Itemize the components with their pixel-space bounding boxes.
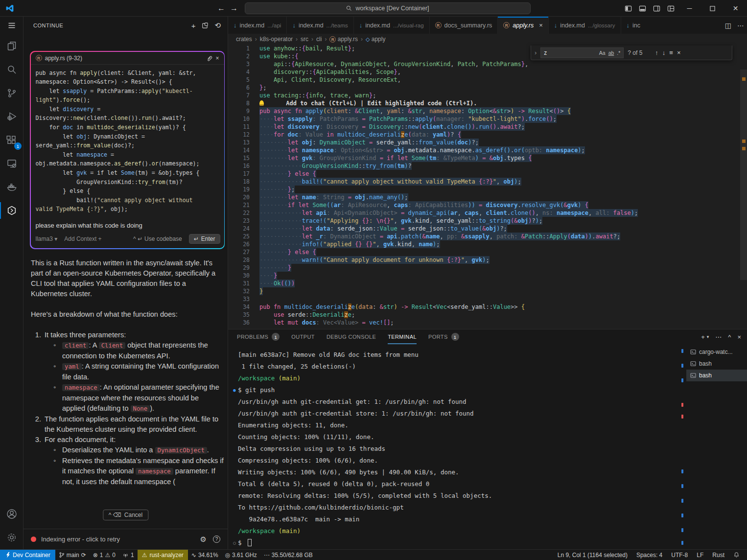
code-line[interactable]: ············GroupVersionKind::try_from(t… [259,162,412,170]
model-selector[interactable]: llama3 ▾ [36,235,58,242]
code-line[interactable]: use anyhow::{bail, Result}; [259,45,355,52]
sidebar-item-continue[interactable] [0,199,23,222]
editor-line[interactable]: 25············let _r: DynamicObject = ap… [228,233,740,240]
problems-status[interactable]: ⊗1 ⚠0 [90,550,119,560]
tab-apply.rs[interactable]: Rapply.rs× [498,17,548,34]
editor-line[interactable]: 28············warn!("Cannot apply docume… [228,256,740,264]
panel-tab-output[interactable]: OUTPUT [291,329,315,344]
panel-tab-terminal[interactable]: TERMINAL [388,329,417,344]
close-find-icon[interactable]: × [677,49,681,56]
prev-match-icon[interactable]: ↑ [655,49,658,56]
code-editor[interactable]: 1use anyhow::{bail, Result};2use kube::{… [228,45,740,329]
enter-button[interactable]: ↵Enter [189,234,220,244]
editor-line[interactable]: 24············let data: serde_json::Valu… [228,225,740,233]
lightbulb-icon[interactable] [259,100,264,106]
editor-line[interactable]: 15········let gvk: GroupVersionKind = if… [228,154,740,162]
code-line[interactable]: ········let gvk: GroupVersionKind = if l… [259,154,532,162]
language-status[interactable]: Rust [709,552,728,559]
editor-line[interactable]: 30····} [228,272,740,280]
sidebar-item-docker[interactable] [0,175,23,199]
editor-line[interactable]: 35 use serde::Deserialize; [228,311,740,319]
editor-line[interactable]: 11····let discovery: Discovery = Discove… [228,123,740,131]
code-line[interactable]: ········let obj: DynamicObject = serde_y… [259,139,479,146]
find-in-selection-icon[interactable]: ≡ [669,49,673,56]
tab-docs_summary.rs[interactable]: Rdocs_summary.rs [430,17,498,34]
editor-line[interactable]: 36 let mut docs: Vec<Value> = vec![]; [228,319,740,327]
code-line[interactable]: ········if let Some((ar: ApiResource, ca… [259,201,588,209]
breadcrumb-item-crates[interactable]: crates [236,36,252,43]
minimize-button[interactable]: ─ [678,0,701,17]
code-line[interactable]: pub async fn apply(client: &Client, yaml… [259,107,571,115]
close-button[interactable]: ✕ [724,0,747,17]
panel-tab-problems[interactable]: PROBLEMS1 [237,329,280,344]
code-line[interactable]: ············let data: serde_json::Value … [259,225,507,233]
code-line[interactable]: } [259,287,263,295]
history-icon[interactable]: ⟲ [214,21,221,30]
code-line[interactable]: use tracing::{info, trace, warn}; [259,92,376,99]
code-line[interactable]: ········} [259,264,291,272]
breadcrumb-item-src[interactable]: src [301,36,308,43]
editor-line[interactable]: 14········let namespace: Option<&str> = … [228,146,740,154]
menu-hamburger-icon[interactable] [0,17,23,34]
find-expand-icon[interactable]: › [535,49,537,56]
tab-index.md[interactable]: ↓index.md.../visual-rag [354,17,430,34]
new-terminal-icon[interactable]: + [701,333,705,341]
terminal-tab-bash[interactable]: bash [686,358,747,370]
editor-line[interactable]: 9pub async fn apply(client: &Client, yam… [228,107,740,115]
code-line[interactable]: ············warn!("Cannot apply document… [259,256,490,264]
regex-icon[interactable]: .* [617,50,620,56]
continue-settings-gear-icon[interactable]: ⚙ [200,535,207,544]
sidebar-item-explorer[interactable] [0,34,23,58]
settings-gear-icon[interactable] [0,526,23,549]
cancel-button[interactable]: ^ ⌫ Cancel [103,510,148,520]
terminal-dropdown-icon[interactable]: ▾ [707,334,709,339]
terminal-output[interactable]: [main e638a7c] Remove old RAG doc items … [231,349,678,546]
indexing-error-message[interactable]: Indexing error - click to retry [41,536,120,543]
sidebar-item-remote-explorer[interactable] [0,152,23,175]
editor-line[interactable]: 26············info!("applied {} {}", gvk… [228,240,740,248]
terminal-tab-cargo-watc-[interactable]: cargo-watc... [686,346,747,358]
panel-tab-ports[interactable]: PORTS1 [428,329,459,344]
code-line[interactable]: ············let _r: DynamicObject = api.… [259,233,620,240]
remote-indicator[interactable]: Dev Container [0,550,55,560]
cursor-position-status[interactable]: Ln 9, Col 1 (1164 selected) [554,552,631,559]
editor-line[interactable]: 29········} [228,264,740,272]
toggle-panel-icon[interactable] [635,0,650,17]
close-panel-icon[interactable]: × [737,333,741,341]
new-session-icon[interactable]: + [191,22,196,30]
editor-line[interactable]: 7use tracing::{info, trace, warn}; [228,92,740,99]
close-snippet-icon[interactable]: × [215,55,219,62]
code-line[interactable]: ········let name: String = obj.name_any(… [259,193,408,201]
breadcrumb-item-apply[interactable]: ◇ apply [366,36,386,43]
editor-line[interactable]: 16············GroupVersionKind::try_from… [228,162,740,170]
code-line[interactable]: ········} else { [259,170,316,178]
freq-status[interactable]: ◎3.61 GHz [222,550,260,560]
editor-line[interactable]: 10····let ssapply: PatchParams = PatchPa… [228,115,740,123]
code-line[interactable]: }; [259,84,266,92]
split-editor-icon[interactable]: ◫ [725,22,731,29]
tab-index.md[interactable]: ↓index.md.../teams [287,17,353,34]
maximize-button[interactable] [701,0,724,17]
sidebar-item-extensions[interactable]: 1 [0,128,23,152]
code-line[interactable]: use kube::{ [259,52,299,60]
code-line[interactable]: ········let namespace: Option<&str> = ob… [259,146,585,154]
nav-forward-icon[interactable]: → [230,4,238,13]
editor-line[interactable]: 31····Ok(()) [228,280,740,287]
code-line[interactable]: use serde::Deserialize; [259,311,355,319]
whole-word-icon[interactable]: ab [608,50,614,56]
overview-ruler[interactable] [740,45,747,329]
match-case-icon[interactable]: Aa [599,50,606,56]
maximize-panel-icon[interactable]: ^ [728,333,731,341]
editor-line[interactable]: 34pub fn multidoc_deserialize(data: &str… [228,303,740,311]
tab-index.md[interactable]: ↓index.md.../api [228,17,287,34]
customize-layout-icon[interactable] [664,0,678,17]
code-line[interactable]: ············info!("applied {} {}", gvk.k… [259,240,440,248]
breadcrumb-item-cli[interactable]: cli [316,36,322,43]
editor-line[interactable]: 22············let api: Api<DynamicObject… [228,209,740,217]
toggle-primary-sidebar-icon[interactable] [621,0,635,17]
account-icon[interactable] [0,502,23,526]
editor-line[interactable]: 20········let name: String = obj.name_an… [228,193,740,201]
code-line[interactable]: pub fn multidoc_deserialize(data: &str) … [259,303,525,311]
code-line[interactable]: discovery::{ApiCapabilities, Scope}, [259,68,401,76]
terminal-tab-bash[interactable]: bash [686,370,747,381]
